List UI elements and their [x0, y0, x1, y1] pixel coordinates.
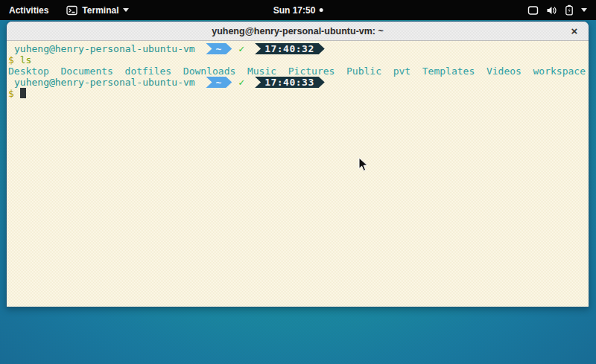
terminal-cursor — [20, 88, 26, 98]
prompt-line: yuheng@henry-personal-ubuntu-vm ~ ✓ 17:4… — [8, 43, 587, 54]
terminal-app-icon — [66, 5, 77, 16]
terminal-window: yuheng@henry-personal-ubuntu-vm: ~ × yuh… — [6, 21, 589, 307]
chevron-down-icon — [581, 8, 587, 12]
command-line: $ ls — [8, 54, 587, 66]
app-menu-label: Terminal — [82, 5, 118, 16]
status-check-icon: ✓ — [238, 77, 244, 88]
terminal-content[interactable]: yuheng@henry-personal-ubuntu-vm ~ ✓ 17:4… — [7, 41, 589, 307]
prompt-path-segment: ~ — [200, 43, 232, 54]
prompt-timestamp: 17:40:33 — [255, 77, 325, 88]
notification-dot-icon — [319, 8, 323, 12]
window-title: yuheng@henry-personal-ubuntu-vm: ~ — [212, 26, 384, 36]
prompt-time-segment: 17:40:32 — [250, 43, 325, 54]
directory-name: workspace — [533, 66, 586, 77]
prompt-user-host: yuheng@henry-personal-ubuntu-vm — [8, 77, 200, 88]
clock-label: Sun 17:50 — [273, 5, 316, 16]
system-status-menu[interactable] — [519, 0, 596, 20]
prompt-timestamp: 17:40:32 — [255, 43, 325, 54]
status-check-icon: ✓ — [238, 43, 244, 54]
prompt-time-segment: 17:40:33 — [250, 77, 325, 88]
ls-output-line: Desktop Documents dotfiles Downloads Mus… — [8, 66, 587, 77]
battery-charging-icon — [565, 4, 574, 16]
activities-label: Activities — [9, 5, 48, 16]
prompt-user-host: yuheng@henry-personal-ubuntu-vm — [8, 43, 200, 54]
prompt-path-segment: ~ — [200, 77, 232, 88]
directory-name: Videos — [486, 66, 522, 77]
directory-name: Pictures — [288, 66, 335, 77]
directory-name: Downloads — [183, 66, 235, 77]
directory-name: pvt — [393, 66, 410, 77]
window-titlebar[interactable]: yuheng@henry-personal-ubuntu-vm: ~ × — [7, 22, 589, 41]
close-icon[interactable]: × — [568, 25, 581, 38]
volume-icon — [546, 5, 557, 16]
prompt-line: yuheng@henry-personal-ubuntu-vm ~ ✓ 17:4… — [8, 77, 587, 88]
directory-name: Desktop — [8, 66, 49, 77]
activities-button[interactable]: Activities — [0, 0, 57, 20]
prompt-symbol: $ — [8, 54, 14, 66]
prompt-path: ~ — [206, 77, 232, 88]
current-input-line: $ — [8, 88, 587, 99]
top-bar: Activities Terminal Sun 17:50 — [0, 0, 596, 20]
command-text: ls — [20, 54, 32, 66]
directory-name: Music — [247, 66, 276, 77]
chevron-down-icon — [123, 8, 129, 12]
directory-name: dotfiles — [125, 66, 172, 77]
prompt-symbol: $ — [8, 88, 14, 99]
app-menu-button[interactable]: Terminal — [57, 0, 138, 20]
directory-name: Public — [346, 66, 381, 77]
directory-name: Documents — [60, 66, 112, 77]
prompt-path: ~ — [206, 43, 232, 54]
display-icon — [527, 5, 539, 16]
directory-name: Templates — [422, 66, 475, 77]
clock-button[interactable]: Sun 17:50 — [267, 0, 329, 20]
